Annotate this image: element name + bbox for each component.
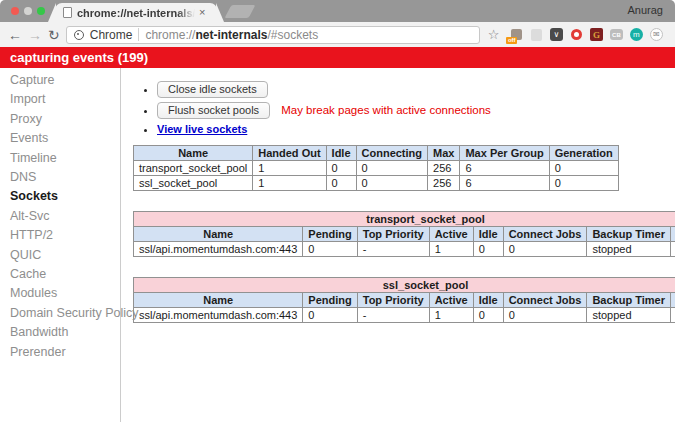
table-cell: 0 [356, 161, 428, 176]
tab-close-icon[interactable]: × [199, 7, 205, 18]
new-tab-button[interactable] [225, 5, 256, 18]
column-header: Idle [473, 293, 503, 308]
crest-icon[interactable]: G [589, 28, 603, 42]
sidebar: CaptureImportProxyEventsTimelineDNSSocke… [0, 68, 121, 422]
table-row: ssl/api.momentumdash.com:4430-100stopped… [134, 308, 675, 323]
table-cell: stopped [587, 308, 671, 323]
summary-table-host: NameHanded OutIdleConnectingMaxMax Per G… [133, 145, 675, 191]
pool-table-title: transport_socket_pool [134, 212, 675, 227]
column-header: Stalled [670, 293, 675, 308]
table-cell: 0 [473, 242, 503, 257]
column-header: Pending [303, 227, 357, 242]
table-cell: ssl/api.momentumdash.com:443 [134, 308, 303, 323]
table-cell: ssl_socket_pool [134, 176, 253, 191]
red-ring-icon-glyph [571, 29, 582, 40]
column-header: Backup Timer [587, 293, 671, 308]
column-header: Max Per Group [460, 146, 549, 161]
cb-bubble-icon[interactable]: CB [609, 28, 623, 42]
table-cell: false [670, 242, 675, 257]
sidebar-item-prerender[interactable]: Prerender [0, 343, 120, 362]
sidebar-item-cache[interactable]: Cache [0, 265, 120, 284]
table-cell: 0 [303, 242, 357, 257]
page-info-icon[interactable] [74, 30, 84, 40]
column-header: Active [429, 227, 473, 242]
sidebar-item-timeline[interactable]: Timeline [0, 149, 120, 168]
flush-warning-text: May break pages with active connections [281, 104, 491, 116]
bookmark-star-icon[interactable]: ☆ [488, 27, 500, 42]
red-ring-icon[interactable] [569, 28, 583, 42]
omnibox-divider [138, 28, 139, 41]
table-cell: ssl/api.momentumdash.com:443 [134, 242, 303, 257]
disabled-extension-icon[interactable] [529, 28, 543, 42]
table-cell: 0 [473, 308, 503, 323]
back-icon[interactable]: ← [8, 28, 22, 42]
table-cell: 0 [503, 308, 587, 323]
sidebar-item-modules[interactable]: Modules [0, 284, 120, 303]
inbox-icon[interactable]: ✉ [649, 28, 663, 42]
table-row: ssl_socket_pool10025660 [134, 176, 619, 191]
pool-table-block-ssl_socket_pool: ssl_socket_poolNamePendingTop PriorityAc… [133, 277, 675, 323]
address-bar[interactable]: Chrome chrome://net-internals/#sockets [66, 26, 480, 44]
sidebar-item-import[interactable]: Import [0, 90, 120, 109]
column-header: Generation [549, 146, 618, 161]
window-close-button[interactable] [11, 7, 19, 15]
inbox-icon-glyph: ✉ [650, 28, 663, 41]
sidebar-item-quic[interactable]: QUIC [0, 246, 120, 265]
action-item: View live sockets [157, 123, 675, 135]
sidebar-item-sockets[interactable]: Sockets [0, 187, 120, 206]
table-cell: 0 [326, 176, 356, 191]
blocker-off-icon[interactable]: off [509, 28, 523, 42]
flush-socket-pools-button[interactable]: Flush socket pools [157, 102, 270, 119]
column-header: Backup Timer [587, 227, 671, 242]
sidebar-item-proxy[interactable]: Proxy [0, 110, 120, 129]
pocket-icon[interactable]: ∨ [549, 28, 563, 42]
close-idle-sockets-button[interactable]: Close idle sockets [157, 81, 268, 98]
reload-icon[interactable]: ↻ [48, 28, 60, 42]
disabled-extension-icon-glyph [531, 29, 542, 41]
cb-bubble-icon-glyph: CB [610, 29, 623, 40]
column-header: Idle [326, 146, 356, 161]
table-row: ssl/api.momentumdash.com:4430-100stopped… [134, 242, 675, 257]
view-live-sockets-link[interactable]: View live sockets [157, 123, 247, 135]
sidebar-item-http-2[interactable]: HTTP/2 [0, 226, 120, 245]
sidebar-item-dns[interactable]: DNS [0, 168, 120, 187]
pool-table: ssl_socket_poolNamePendingTop PriorityAc… [133, 277, 675, 323]
pocket-icon-glyph: ∨ [550, 28, 563, 41]
table-cell: 1 [253, 176, 326, 191]
table-cell: 6 [460, 161, 549, 176]
table-cell: 1 [429, 308, 473, 323]
capture-status-text: capturing events (199) [10, 50, 148, 65]
table-cell: 1 [253, 161, 326, 176]
page-favicon-icon [63, 7, 72, 18]
chrome-badge-label: Chrome [90, 28, 133, 42]
forward-icon[interactable]: → [28, 28, 42, 42]
pool-table: transport_socket_poolNamePendingTop Prio… [133, 211, 675, 257]
browser-toolbar: ← → ↻ Chrome chrome://net-internals/#soc… [0, 22, 675, 47]
window-minimize-button[interactable] [24, 7, 32, 15]
momentum-icon-glyph: m [630, 28, 643, 41]
browser-tab[interactable]: chrome://net-internals/#sockets × [55, 3, 217, 22]
table-cell: - [357, 242, 429, 257]
column-header: Top Priority [357, 227, 429, 242]
sockets-panel: Close idle sockets Flush socket pools Ma… [121, 68, 675, 422]
table-cell: 0 [326, 161, 356, 176]
tab-strip: chrome://net-internals/#sockets × Anurag [0, 0, 675, 22]
momentum-icon[interactable]: m [629, 28, 643, 42]
extension-badge: off [506, 37, 517, 44]
table-cell: 6 [460, 176, 549, 191]
pool-table-title: ssl_socket_pool [134, 278, 675, 293]
summary-table: NameHanded OutIdleConnectingMaxMax Per G… [133, 145, 619, 191]
table-cell: 0 [549, 176, 618, 191]
sidebar-item-domain-security-policy[interactable]: Domain Security Policy [0, 304, 120, 323]
profile-name[interactable]: Anurag [628, 4, 663, 16]
sidebar-item-capture[interactable]: Capture [0, 71, 120, 90]
column-header: Connect Jobs [503, 293, 587, 308]
table-cell: 1 [429, 242, 473, 257]
table-cell: false [670, 308, 675, 323]
column-header: Handed Out [253, 146, 326, 161]
window-zoom-button[interactable] [37, 7, 45, 15]
sidebar-item-bandwidth[interactable]: Bandwidth [0, 323, 120, 342]
table-cell: 256 [428, 161, 460, 176]
sidebar-item-events[interactable]: Events [0, 129, 120, 148]
sidebar-item-alt-svc[interactable]: Alt-Svc [0, 207, 120, 226]
